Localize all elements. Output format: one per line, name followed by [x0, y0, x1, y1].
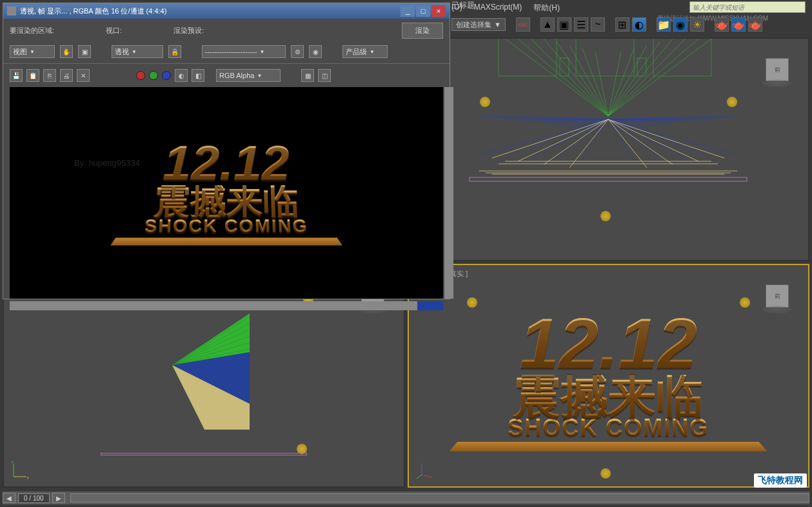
- tool-quick-render-icon[interactable]: 🫖: [748, 17, 762, 32]
- mono-icon[interactable]: ◧: [192, 69, 204, 82]
- scrub-prev-button[interactable]: ◀: [3, 493, 15, 503]
- preset-dropdown[interactable]: ----------------------▼: [202, 45, 286, 58]
- axis-gizmo-icon: [415, 461, 435, 480]
- svg-rect-0: [499, 37, 557, 76]
- text-base: [450, 442, 767, 452]
- title-remnant: 已标题: [451, 0, 475, 11]
- rendered-3d-text: 12.12 震撼来临 SHOCK COMING: [113, 141, 341, 248]
- text-line-1: 12.12: [117, 141, 335, 185]
- svg-text:z: z: [12, 461, 14, 464]
- text-line-2: 震撼来临: [115, 185, 338, 217]
- tool-mirror-icon[interactable]: ▲: [540, 17, 555, 32]
- text-base: [110, 237, 342, 245]
- region-label: 要渲染的区域:: [10, 26, 54, 35]
- svg-rect-2: [576, 37, 634, 76]
- tool-light-icon[interactable]: ☀: [690, 17, 704, 32]
- tool-render-frame-icon[interactable]: ◉: [673, 17, 688, 32]
- menu-maxscript[interactable]: MAXScript(M): [474, 3, 522, 14]
- perspective-dropdown[interactable]: 透视▼: [112, 45, 163, 58]
- clone-icon[interactable]: ⎘: [43, 69, 56, 82]
- site-watermark: 飞特教程网: [754, 473, 807, 488]
- text-line-1: 12.12: [453, 311, 763, 375]
- tool-curve-icon[interactable]: ~: [591, 17, 605, 32]
- svg-line-14: [422, 475, 432, 477]
- preset-label: 渲染预设:: [173, 26, 204, 35]
- red-channel-button[interactable]: [136, 71, 145, 80]
- sun-gizmo-icon: [467, 297, 477, 308]
- alpha-dropdown[interactable]: RGB Alpha▼: [216, 69, 281, 82]
- tool-align-icon[interactable]: ▣: [557, 17, 571, 32]
- lock-icon[interactable]: 🔒: [168, 45, 181, 58]
- sun-gizmo-icon: [727, 97, 737, 107]
- sun-gizmo-icon: [480, 97, 490, 107]
- split-icon[interactable]: ◫: [318, 69, 331, 82]
- copy-icon[interactable]: 📋: [26, 69, 39, 82]
- selection-set-dropdown[interactable]: 创建选择集▼: [451, 18, 506, 31]
- tool-schematic-icon[interactable]: ⊞: [615, 17, 629, 32]
- blue-channel-button[interactable]: [162, 71, 171, 80]
- svg-text:y: y: [27, 475, 29, 479]
- alpha-icon[interactable]: ◐: [175, 69, 188, 82]
- base-outline: [101, 453, 307, 455]
- clear-icon[interactable]: ✕: [77, 69, 90, 82]
- close-button[interactable]: ×: [431, 5, 446, 17]
- green-channel-button[interactable]: [149, 71, 158, 80]
- text-line-3: SHOCK COMING: [453, 417, 763, 438]
- timeline-scrollbar[interactable]: [70, 493, 809, 502]
- main-toolbar: 创建选择集▼ ABC ▲ ▣ ☰ ~ ⊞ ◐ 📁 ◉ ☀ 🫖 🫖 🫖: [451, 15, 809, 34]
- svg-rect-5: [470, 177, 747, 181]
- region-crop-icon[interactable]: ▣: [78, 45, 91, 58]
- tool-render-prod-icon[interactable]: 🫖: [731, 17, 746, 32]
- tool-layer-icon[interactable]: ☰: [574, 17, 588, 32]
- frame-counter: 0 / 100: [18, 493, 50, 503]
- viewcube[interactable]: 前: [766, 284, 789, 308]
- viewport-bottom-right[interactable]: [ + 0 透视 | 真实 ] 前 12.12 震撼来临 SHOCK COMIN…: [408, 264, 810, 488]
- tool-abc-icon[interactable]: ABC: [516, 17, 530, 32]
- product-dropdown[interactable]: 产品级▼: [342, 45, 388, 58]
- render-output: 12.12 震撼来临 SHOCK COMING: [10, 87, 443, 299]
- overlay-icon[interactable]: ▦: [301, 69, 314, 82]
- render-scrollbar-h[interactable]: [10, 301, 443, 310]
- wireframe-content: [166, 307, 282, 436]
- app-icon: [7, 6, 16, 15]
- sun-gizmo-icon: [740, 297, 750, 308]
- sun-gizmo-icon: [297, 444, 307, 454]
- viewcube[interactable]: 前: [766, 58, 789, 81]
- render-button[interactable]: 渲染: [402, 23, 443, 39]
- svg-rect-4: [653, 37, 711, 76]
- region-icon[interactable]: ✋: [60, 45, 73, 58]
- svg-line-15: [417, 475, 422, 479]
- tool-material-icon[interactable]: ◐: [632, 17, 646, 32]
- view-dropdown[interactable]: 视图▼: [10, 45, 55, 58]
- tool-render-icon[interactable]: 🫖: [715, 17, 729, 32]
- render-frame-window: 透视, 帧 显示... , RGBA 颜色 16 位/通道 (4:4:4) _ …: [3, 3, 450, 299]
- text-line-3: SHOCK COMING: [114, 218, 339, 235]
- save-icon[interactable]: 💾: [10, 69, 23, 82]
- minimize-button[interactable]: _: [401, 5, 415, 17]
- viewport-top-right[interactable]: 线框 ] 前: [408, 37, 810, 261]
- svg-rect-3: [637, 58, 646, 76]
- print-icon[interactable]: 🖨: [60, 69, 73, 82]
- sun-gizmo-icon: [600, 211, 611, 221]
- tool-render-setup-icon[interactable]: 📁: [657, 17, 671, 32]
- menu-help[interactable]: 帮助(H): [533, 3, 560, 14]
- timeline-bar: ◀ 0 / 100 ▶: [3, 492, 809, 504]
- maximize-button[interactable]: □: [416, 5, 430, 17]
- wireframe-content: [466, 37, 750, 200]
- search-input[interactable]: [689, 1, 806, 13]
- window-title: 透视, 帧 显示... , RGBA 颜色 16 位/通道 (4:4:4): [20, 6, 166, 16]
- viewport-label: 视口:: [106, 26, 122, 35]
- realistic-3d-text: 12.12 震撼来临 SHOCK COMING: [453, 311, 763, 455]
- title-bar[interactable]: 透视, 帧 显示... , RGBA 颜色 16 位/通道 (4:4:4) _ …: [3, 3, 450, 19]
- env-icon[interactable]: ◉: [309, 45, 322, 58]
- render-setup-icon[interactable]: ⚙: [291, 45, 304, 58]
- axis-gizmo-icon: zy: [10, 461, 30, 480]
- sun-gizmo-icon: [600, 468, 611, 479]
- text-line-2: 震撼来临: [453, 375, 763, 418]
- scrub-next-button[interactable]: ▶: [52, 493, 65, 503]
